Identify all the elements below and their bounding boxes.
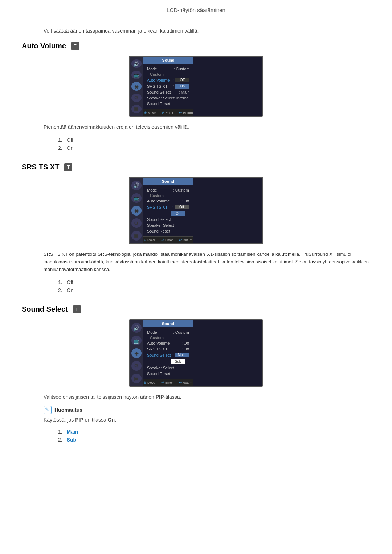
bottom2-btn-return: ↩ Return (179, 238, 193, 242)
menu3-item-auto-volume: Auto Volume : Off (147, 340, 189, 346)
tv-main-3: Sound Mode : Custom Custom Auto Volume :… (143, 320, 193, 386)
menu3-item-speaker-select: Speaker Select (147, 365, 189, 371)
menu-item-speaker-select: Speaker Select : Internal (147, 95, 189, 101)
menu3-sub-option: Sub (147, 358, 189, 365)
srs-ts-xt-header: SRS TS XT T (22, 163, 370, 171)
menu2-item-mode: Mode : Custom (147, 187, 189, 193)
tv-main-2: Sound Mode : Custom Custom Auto Volume :… (143, 178, 193, 243)
bottom2-btn-move: ⊕ Move (143, 238, 155, 242)
sidebar3-icon-3: ◉ (131, 348, 142, 358)
sidebar-icon-4: ⚙ (131, 94, 142, 102)
sidebar2-icon-5: ▣ (131, 231, 142, 241)
menu2-item-sound-select: Sound Select (147, 217, 189, 222)
ss-list-item-main: 1. Main (58, 428, 370, 436)
sound-select-section: Sound Select T 🔊 📺 ◉ ⚙ ▣ (22, 305, 370, 444)
sidebar-icon-5: ▣ (131, 105, 142, 113)
srs-list-item-on: 2. On (58, 286, 370, 294)
bottom3-btn-enter: ↵ Enter (161, 381, 173, 385)
tv-sidebar-1: 🔊 📺 ◉ ⚙ ▣ (130, 57, 143, 116)
bottom3-btn-move: ⊕ Move (143, 381, 155, 385)
auto-volume-section: Auto Volume T 🔊 📺 ◉ ⚙ ▣ (22, 42, 370, 152)
auto-volume-screen-container: 🔊 📺 ◉ ⚙ ▣ Sound Mode (22, 56, 370, 117)
sound-select-tv-screen: 🔊 📺 ◉ ⚙ ▣ Sound Mode : Custom (129, 319, 263, 387)
sound-select-header: Sound Select T (22, 305, 370, 313)
auto-volume-title: Auto Volume (22, 42, 66, 50)
auto-volume-tv-screen: 🔊 📺 ◉ ⚙ ▣ Sound Mode (129, 56, 263, 117)
note-box: Huomautus (44, 406, 370, 414)
sidebar3-icon-5: ▣ (131, 374, 142, 383)
tv-main-1: Sound Mode : Custom Custom Auto Volume :… (143, 57, 193, 116)
sidebar2-icon-1: 🔊 (131, 181, 142, 190)
auto-volume-desc: Pienentää äänenvoimakkuuden eroja eri te… (44, 123, 370, 131)
srs-ts-xt-screen-container: 🔊 📺 ◉ ⚙ ▣ Sound Mode : Custom (22, 177, 370, 244)
menu-sub-custom: Custom (147, 72, 189, 77)
pip-note-bold: PIP (75, 417, 83, 423)
tv-sidebar-3: 🔊 📺 ◉ ⚙ ▣ (130, 320, 143, 386)
bottom3-btn-return: ↩ Return (179, 381, 193, 385)
menu3-item-sound-select: Sound Select : Main (147, 352, 189, 358)
pip-bold: PIP (156, 394, 164, 400)
menu-item-mode: Mode : Custom (147, 66, 189, 72)
menu3-item-sound-reset: Sound Reset (147, 371, 189, 377)
sound-select-t-icon: T (73, 305, 81, 313)
sidebar-icon-3: ◉ (131, 82, 142, 90)
tv-bottom-bar-2: ⊕ Move ↵ Enter ↩ Return (143, 236, 193, 243)
menu2-sub-custom: Custom (147, 193, 189, 198)
sound-select-desc: Valitsee ensisijaisen tai toissijaisen n… (44, 393, 370, 401)
auto-volume-list: 1. Off 2. On (58, 136, 370, 152)
srs-long-desc: SRS TS XT on patentoitu SRS-teknologia, … (44, 251, 370, 273)
list-item-on-1: 2. On (58, 144, 370, 152)
tv-menu-body-3: Mode : Custom Custom Auto Volume : Off S… (143, 327, 193, 379)
menu3-sub-custom: Custom (147, 335, 189, 340)
tv-bottom-bar-3: ⊕ Move ↵ Enter ↩ Return (143, 379, 193, 386)
intro-text: Voit säätää äänen tasapainoa vasemman ja… (44, 28, 370, 34)
bottom-btn-move: ⊕ Move (144, 111, 156, 115)
srs-ts-xt-section: SRS TS XT T 🔊 📺 ◉ ⚙ ▣ Sou (22, 163, 370, 294)
sidebar2-icon-4: ⚙ (131, 218, 142, 228)
note-icon (44, 406, 52, 414)
srs-long-desc-text: SRS TS XT on patentoitu SRS-teknologia, … (44, 251, 369, 272)
page-container: LCD-näytön säätäminen Voit säätää äänen … (0, 0, 392, 477)
tv-bottom-bar-1: ⊕ Move ↵ Enter ↩ Return (143, 109, 193, 116)
bottom-btn-return: ↩ Return (179, 111, 193, 115)
menu2-item-auto-volume: Auto Volume : Off (147, 198, 189, 204)
menu-item-sound-select-dim: Sound Select : Main (147, 89, 189, 95)
note-text: Käytössä, jos PIP on tilassa On. (44, 417, 370, 423)
header-title: LCD-näytön säätäminen (167, 7, 225, 13)
page-divider (0, 473, 392, 473)
srs-ts-xt-t-icon: T (64, 163, 72, 171)
menu-item-sound-reset: Sound Reset (147, 101, 189, 107)
bottom2-btn-enter: ↵ Enter (161, 238, 173, 242)
menu2-on-option: On (147, 210, 189, 217)
tv-menu-body-1: Mode : Custom Custom Auto Volume : Off S… (143, 64, 193, 109)
auto-volume-header: Auto Volume T (22, 42, 370, 50)
sound-select-screen-container: 🔊 📺 ◉ ⚙ ▣ Sound Mode : Custom (22, 319, 370, 387)
ss-list-item-sub: 2. Sub (58, 436, 370, 444)
srs-ts-xt-title: SRS TS XT (22, 163, 59, 171)
ss-sub-text: Sub (67, 437, 76, 443)
page-header: LCD-näytön säätäminen (0, 0, 392, 17)
menu2-item-srs: SRS TS XT : Off (147, 204, 189, 210)
note-label: Huomautus (54, 407, 82, 413)
tv-menu-body-2: Mode : Custom Custom Auto Volume : Off S… (143, 185, 193, 236)
main-content: Voit säätää äänen tasapainoa vasemman ja… (0, 17, 392, 469)
bottom-btn-enter: ↵ Enter (162, 111, 173, 115)
sidebar3-icon-1: 🔊 (131, 323, 142, 333)
on-note-bold: On (108, 417, 115, 423)
srs-list: 1. Off 2. On (58, 278, 370, 294)
sidebar2-icon-2: 📺 (131, 193, 142, 203)
srs-ts-xt-tv-screen: 🔊 📺 ◉ ⚙ ▣ Sound Mode : Custom (129, 177, 263, 244)
menu3-item-mode: Mode : Custom (147, 329, 189, 335)
sidebar2-icon-3: ◉ (131, 206, 142, 216)
list-item-off-1: 1. Off (58, 136, 370, 144)
sidebar3-icon-2: 📺 (131, 336, 142, 345)
sidebar-icon-sound: 🔊 (131, 59, 142, 68)
menu-item-auto-volume: Auto Volume : Off (147, 77, 189, 83)
srs-list-item-off: 1. Off (58, 278, 370, 286)
tv-menu-title-3: Sound (143, 320, 193, 327)
tv-menu-title-1: Sound (143, 57, 193, 64)
menu3-item-srs: SRS TS XT : Off (147, 346, 189, 352)
tv-sidebar-2: 🔊 📺 ◉ ⚙ ▣ (130, 178, 143, 243)
sidebar-icon-2: 📺 (131, 71, 142, 79)
tv-menu-title-2: Sound (143, 178, 193, 185)
